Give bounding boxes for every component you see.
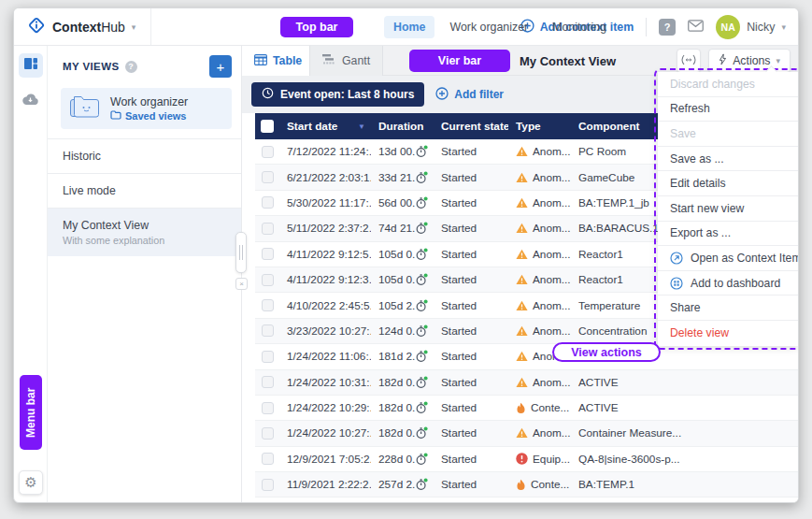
menu-item-open-as-context-item-search[interactable]: Open as Context Item Search	[658, 246, 798, 271]
flame-icon	[516, 402, 526, 414]
cell-current-state: Started	[434, 222, 508, 235]
cell-type: Anom...	[508, 222, 571, 235]
views-panel-icon	[23, 56, 38, 75]
menu-item-edit-details[interactable]: Edit details	[658, 171, 798, 196]
menu-item-save[interactable]: Save	[658, 122, 798, 147]
sort-desc-icon: ▼	[358, 123, 365, 131]
row-checkbox[interactable]	[262, 324, 274, 337]
row-checkbox[interactable]	[262, 453, 274, 465]
annotation-top-bar: Top bar	[280, 17, 353, 37]
cell-duration: 105d 0...	[371, 273, 434, 286]
row-checkbox[interactable]	[262, 248, 274, 260]
cell-start-date: 1/24/2022 10:27:...	[279, 426, 371, 440]
menu-item-discard-changes[interactable]: Discard changes	[658, 72, 798, 97]
rail-views-button[interactable]	[19, 53, 43, 78]
settings-button[interactable]: ⚙	[19, 470, 43, 495]
row-checkbox[interactable]	[262, 351, 274, 363]
cell-type: Anom...	[508, 145, 571, 158]
rail-cloud-button[interactable]	[19, 89, 43, 113]
stopwatch-icon	[415, 299, 428, 312]
filter-chip[interactable]: Event open: Last 8 hours	[251, 82, 424, 107]
table-row[interactable]: 12/9/2021 7:05:2... 228d 0... Started Eq…	[255, 447, 798, 472]
panel-collapse-button[interactable]: ×	[235, 278, 248, 290]
sidebar-item-my-context-view[interactable]: My Context View With some explanation	[48, 208, 241, 256]
top-bar: ContextHub ▾ Top bar HomeWork organizerM…	[14, 8, 798, 46]
cell-current-state: Started	[434, 453, 508, 466]
sidebar-item-live-mode[interactable]: Live mode	[48, 173, 241, 208]
menu-item-refresh[interactable]: Refresh	[658, 97, 798, 123]
help-icon[interactable]: ?	[125, 61, 137, 73]
my-views-panel: MY VIEWS ? + Work organizer Saved views	[48, 46, 242, 502]
panel-splitter-handle[interactable]	[235, 232, 247, 273]
column-header-duration[interactable]: Duration	[371, 120, 434, 133]
nav-monitoring[interactable]: Monitoring	[543, 16, 616, 38]
row-checkbox[interactable]	[262, 274, 274, 286]
saved-views-link[interactable]: Saved views	[110, 110, 188, 122]
row-checkbox[interactable]	[262, 427, 274, 440]
cell-current-state: Started	[434, 171, 508, 184]
row-checkbox[interactable]	[262, 299, 274, 311]
table-row[interactable]: 11/9/2021 2:22:2... 257d 2... Started Co…	[255, 472, 798, 497]
menu-item-share[interactable]: Share	[658, 296, 798, 321]
stopwatch-icon	[415, 453, 428, 466]
help-button[interactable]: ?	[659, 19, 676, 36]
menu-item-save-as[interactable]: Save as ...	[658, 147, 798, 172]
add-filter-button[interactable]: Add filter	[435, 87, 504, 103]
menu-item-export-as[interactable]: Export as ...	[658, 222, 798, 247]
row-checkbox[interactable]	[262, 171, 274, 183]
fit-width-button[interactable]	[677, 49, 701, 73]
user-menu[interactable]: NA Nicky ▾	[716, 15, 786, 39]
plus-circle-icon	[435, 87, 449, 103]
column-header-current-state[interactable]: Current state	[434, 120, 508, 133]
warning-icon	[516, 249, 528, 260]
row-checkbox[interactable]	[262, 146, 274, 158]
cell-type: Anom...	[508, 196, 571, 209]
cell-current-state: Started	[434, 196, 508, 209]
cell-start-date: 6/21/2022 2:03:1...	[279, 171, 371, 184]
lightning-icon	[719, 53, 727, 68]
column-header-type[interactable]: Type	[508, 120, 571, 133]
row-checkbox[interactable]	[262, 223, 274, 235]
table-row[interactable]: 1/24/2022 10:27:... 182d 0... Started An…	[255, 421, 798, 446]
cell-type: Anom...	[508, 324, 571, 338]
open-external-icon	[670, 252, 683, 265]
table-row[interactable]: 1/24/2022 11:06:... 181d 2... Started An…	[255, 344, 798, 369]
tab-gantt[interactable]: Gantt	[309, 46, 383, 76]
cell-current-state: Started	[434, 376, 508, 389]
app-logo-menu[interactable]: ContextHub ▾	[14, 8, 151, 45]
menu-item-add-to-dashboard[interactable]: Add to dashboard	[658, 271, 798, 296]
table-row[interactable]: 1/24/2022 10:31:... 182d 0... Started An…	[255, 370, 798, 396]
work-organizer-card[interactable]: Work organizer Saved views	[61, 88, 232, 129]
menu-item-start-new-view[interactable]: Start new view	[658, 196, 798, 222]
column-header-start-date[interactable]: Start date▼	[279, 120, 371, 133]
actions-button[interactable]: Actions ▾	[708, 49, 791, 73]
cell-start-date: 3/23/2022 10:27:...	[279, 324, 371, 338]
row-checkbox[interactable]	[262, 376, 274, 388]
cell-start-date: 12/9/2021 7:05:2...	[279, 453, 371, 466]
tab-table[interactable]: Table	[242, 46, 314, 76]
table-row[interactable]: 1/24/2022 10:29:... 182d 0... Started Co…	[255, 396, 798, 421]
cell-component: QA-8|sine-3600s-p...	[571, 453, 798, 466]
cell-duration: 56d 00...	[371, 196, 434, 209]
nav-home[interactable]: Home	[384, 16, 434, 38]
stopwatch-icon	[415, 324, 428, 338]
warning-icon	[516, 274, 528, 285]
sidebar-item-historic[interactable]: Historic	[48, 138, 241, 173]
stopwatch-icon	[415, 145, 428, 158]
annotation-view-actions: View actions	[552, 342, 661, 362]
warning-icon	[516, 427, 528, 439]
gear-icon: ⚙	[24, 476, 36, 490]
cell-current-state: Started	[434, 401, 508, 414]
cell-type: Equip...	[508, 453, 571, 466]
row-checkbox[interactable]	[262, 196, 274, 209]
menu-item-delete-view[interactable]: Delete view	[658, 321, 798, 346]
cell-duration: 105d 2...	[371, 299, 434, 312]
add-view-button[interactable]: +	[209, 55, 232, 78]
mail-button[interactable]	[688, 20, 704, 35]
warning-icon	[516, 351, 528, 362]
row-checkbox[interactable]	[262, 479, 274, 491]
select-all-checkbox[interactable]	[261, 120, 274, 133]
row-checkbox[interactable]	[262, 402, 274, 414]
nav-work-organizer[interactable]: Work organizer	[440, 16, 537, 38]
divider	[646, 18, 647, 36]
